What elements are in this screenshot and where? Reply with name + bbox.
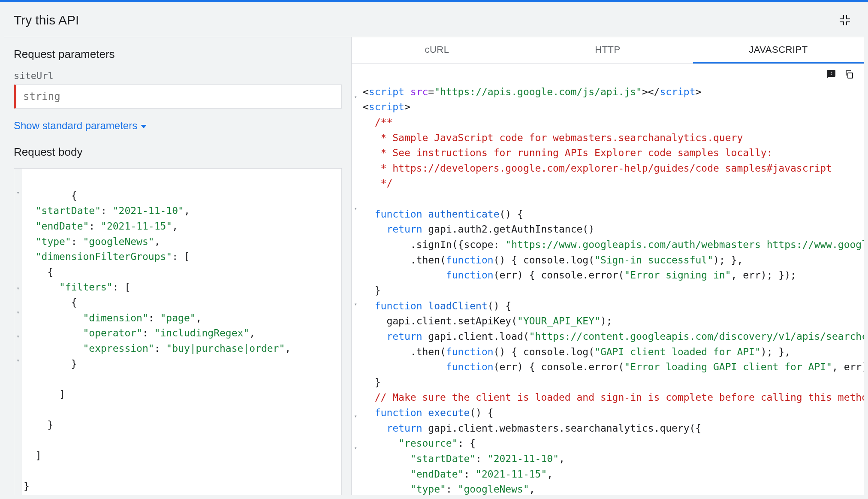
json-key: "operator" — [83, 327, 142, 339]
code-src: "https://apis.google.com/js/api.js" — [434, 86, 642, 97]
res-val: googleNews — [464, 484, 523, 495]
json-val: "googleNews" — [83, 236, 154, 247]
api-key: YOUR_API_KEY — [523, 315, 594, 327]
request-body-title: Request body — [14, 145, 342, 159]
json-val: "buy|purchase|order" — [166, 343, 285, 354]
page-title: Try this API — [14, 13, 79, 27]
json-val: "2021-11-15" — [101, 221, 172, 232]
fn-name: loadClient — [428, 300, 487, 311]
load-url: https://content.googleapis.com/discovery… — [535, 331, 864, 342]
tab-curl[interactable]: cURL — [352, 37, 522, 64]
json-key: "expression" — [83, 343, 154, 354]
show-standard-parameters-label: Show standard parameters — [14, 120, 137, 132]
left-panel: Request parameters siteUrl Show standard… — [4, 37, 352, 495]
chevron-down-icon — [141, 125, 147, 128]
code-comment: * https://developers.google.com/explorer… — [375, 163, 832, 174]
code-area: ▾ ▾ ▾ ▾ ▾ <script src="https://apis.goog… — [352, 64, 864, 495]
tab-http[interactable]: HTTP — [522, 37, 693, 64]
msg: Error loading GAPI client for API — [630, 361, 826, 372]
request-parameters-title: Request parameters — [14, 48, 342, 61]
siteurl-input[interactable] — [14, 85, 342, 109]
code-gutter: ▾ ▾ ▾ ▾ ▾ — [352, 64, 359, 460]
fn-name: execute — [428, 407, 470, 418]
msg: Error signing in — [630, 269, 725, 281]
right-panel: cURL HTTP JAVASCRIPT ▾ ▾ ▾ ▾ ▾ <script s… — [352, 37, 864, 495]
json-val: "page" — [160, 312, 196, 324]
code-comment: */ — [375, 178, 393, 189]
scope-url: https://www.googleapis.com/auth/webmaste… — [511, 239, 864, 250]
json-val: "includingRegex" — [154, 327, 250, 339]
code-comment: * See instructions for running APIs Expl… — [375, 147, 773, 158]
res-val: 2021-11-15 — [482, 469, 541, 480]
code-comment: // Make sure the client is loaded and si… — [375, 392, 864, 403]
json-val: "2021-11-10" — [113, 205, 184, 216]
editor-gutter: ▾ ▾ ▾ ▾ ▾ — [14, 169, 22, 495]
param-label-siteurl: siteUrl — [14, 70, 342, 81]
tab-javascript[interactable]: JAVASCRIPT — [693, 37, 864, 64]
copy-icon — [844, 69, 854, 79]
res-val: 2021-11-10 — [494, 453, 553, 464]
copy-button[interactable] — [843, 68, 855, 80]
api-explorer-panel: Try this API Request parameters siteUrl … — [4, 3, 864, 495]
msg: Sign-in successful — [600, 254, 707, 266]
fn-name: authenticate — [428, 209, 499, 220]
msg: GAPI client loaded for API — [600, 346, 755, 357]
code-comment: * Sample JavaScript code for webmasters.… — [375, 132, 743, 143]
svg-rect-0 — [848, 73, 853, 78]
header: Try this API — [4, 3, 864, 37]
json-key: "type" — [36, 236, 71, 247]
code-toolbar — [825, 68, 855, 80]
exit-fullscreen-icon — [840, 15, 850, 25]
code-tabs: cURL HTTP JAVASCRIPT — [352, 37, 864, 64]
json-key: "dimension" — [83, 312, 148, 324]
json-key: "dimensionFilterGroups" — [36, 251, 172, 262]
json-key: "filters" — [59, 281, 113, 293]
request-body-editor[interactable]: ▾ ▾ ▾ ▾ ▾ { "startDate": "2021-11-10", "… — [14, 168, 342, 495]
show-standard-parameters-link[interactable]: Show standard parameters — [14, 120, 342, 132]
feedback-button[interactable] — [825, 68, 837, 80]
content-area: Request parameters siteUrl Show standard… — [4, 37, 864, 495]
feedback-icon — [826, 69, 836, 79]
json-key: "startDate" — [36, 205, 101, 216]
exit-fullscreen-button[interactable] — [839, 14, 851, 26]
code-content[interactable]: ▾ ▾ ▾ ▾ ▾ <script src="https://apis.goog… — [352, 64, 864, 495]
code-comment: /** — [375, 117, 393, 128]
